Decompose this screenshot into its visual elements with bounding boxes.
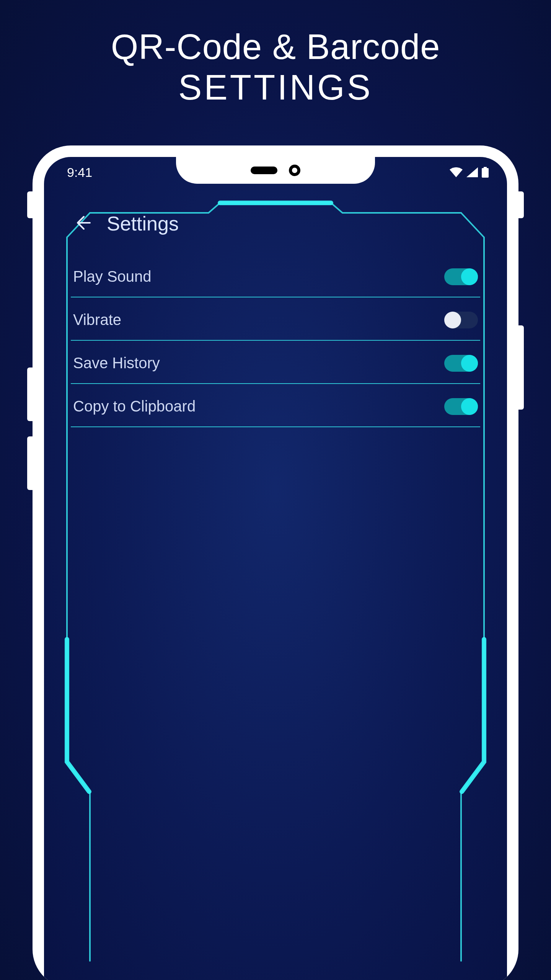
phone-mockup: 9:41 (33, 145, 518, 980)
setting-label: Play Sound (73, 268, 152, 285)
setting-save-history: Save History (71, 341, 480, 384)
wifi-icon (450, 167, 463, 177)
page-title: Settings (107, 212, 179, 235)
toggle-knob (461, 355, 478, 372)
svg-rect-1 (482, 168, 489, 178)
status-time: 9:41 (62, 165, 92, 180)
toggle-vibrate[interactable] (444, 312, 478, 328)
promo-title: QR-Code & Barcode SETTINGS (0, 0, 551, 108)
setting-play-sound: Play Sound (71, 254, 480, 297)
setting-label: Vibrate (73, 311, 121, 328)
promo-line-1: QR-Code & Barcode (0, 27, 551, 67)
toggle-knob (461, 268, 478, 285)
toggle-save-history[interactable] (444, 355, 478, 372)
battery-icon (482, 167, 489, 178)
phone-screen: 9:41 (44, 157, 507, 980)
setting-copy-clipboard: Copy to Clipboard (71, 384, 480, 427)
cellular-icon (466, 167, 478, 177)
front-camera (289, 165, 300, 176)
toggle-knob (461, 398, 478, 415)
phone-body: 9:41 (33, 145, 518, 980)
setting-label: Save History (73, 354, 160, 372)
toggle-copy-clipboard[interactable] (444, 398, 478, 415)
toggle-play-sound[interactable] (444, 268, 478, 285)
setting-vibrate: Vibrate (71, 297, 480, 341)
promo-line-2: SETTINGS (0, 67, 551, 108)
svg-rect-0 (484, 167, 487, 168)
app-content: Settings Play Sound Vibrate (67, 207, 484, 965)
settings-list: Play Sound Vibrate (67, 250, 484, 427)
setting-label: Copy to Clipboard (73, 398, 196, 415)
arrow-left-icon (73, 214, 91, 234)
phone-notch (176, 157, 375, 184)
back-button[interactable] (71, 212, 94, 235)
speaker-slot (251, 167, 277, 174)
toggle-knob (444, 312, 461, 328)
app-header: Settings (67, 207, 484, 250)
status-icons (450, 167, 489, 178)
